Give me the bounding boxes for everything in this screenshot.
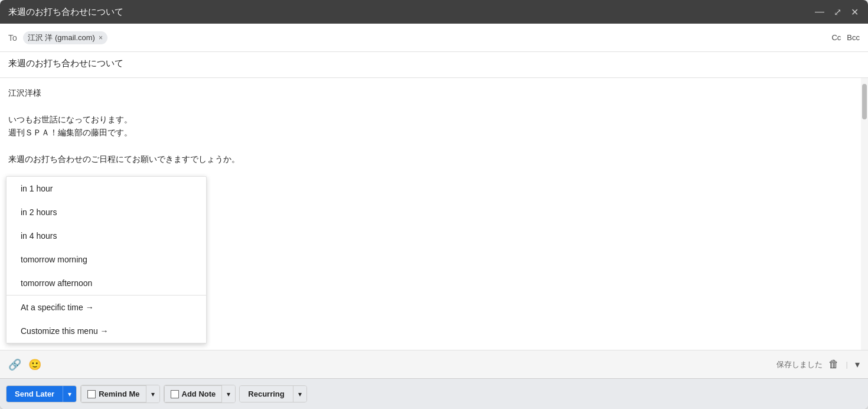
body-line-4: 週刊ＳＰＡ！編集部の藤田です。 (8, 126, 848, 139)
time-options-section: in 1 hour in 2 hours in 4 hours tomorrow… (6, 177, 206, 296)
send-later-split-button: Send Later ▾ (6, 385, 77, 402)
remind-me-split-button: Remind Me ▾ (80, 385, 159, 403)
recurring-button[interactable]: Recurring (240, 386, 292, 402)
add-note-checkbox (171, 390, 179, 398)
at-specific-time-link[interactable]: At a specific time → (6, 296, 206, 319)
recipient-chip[interactable]: 江沢 洋 (gmail.com) × (23, 31, 107, 44)
close-button[interactable]: ✕ (850, 7, 860, 18)
bottom-bar: Send Later ▾ Remind Me ▾ Add Note ▾ Recu… (0, 378, 868, 409)
send-later-arrow-button[interactable]: ▾ (63, 386, 76, 402)
bcc-button[interactable]: Bcc (847, 33, 860, 42)
in-1-hour-option[interactable]: in 1 hour (6, 177, 206, 200)
remind-me-label: Remind Me (99, 389, 139, 398)
in-2-hours-option[interactable]: in 2 hours (6, 200, 206, 224)
window-controls: — ⤢ ✕ (814, 7, 860, 18)
remove-recipient-button[interactable]: × (99, 34, 103, 42)
body-line-1: 江沢洋様 (8, 86, 848, 99)
body-line-3: いつもお世話になっております。 (8, 113, 848, 126)
compose-window: 来週のお打ち合わせについて — ⤢ ✕ To 江沢 洋 (gmail.com) … (0, 0, 868, 409)
recurring-arrow-button[interactable]: ▾ (293, 386, 306, 402)
tomorrow-afternoon-option[interactable]: tomorrow afternoon (6, 271, 206, 295)
body-line-5 (8, 139, 848, 152)
in-4-hours-option[interactable]: in 4 hours (6, 224, 206, 248)
link-icon[interactable]: 🔗 (8, 358, 21, 371)
emoji-icon[interactable]: 🙂 (28, 358, 41, 371)
delete-draft-button[interactable]: 🗑 (828, 358, 839, 371)
title-bar: 来週のお打ち合わせについて — ⤢ ✕ (0, 0, 868, 24)
remind-me-checkbox (87, 390, 96, 398)
to-row: To 江沢 洋 (gmail.com) × Cc Bcc (0, 24, 868, 52)
links-section: At a specific time → Customize this menu… (6, 296, 206, 343)
formatting-toolbar: 🔗 🙂 保存しました 🗑 | ▾ (0, 350, 868, 378)
cc-button[interactable]: Cc (831, 33, 841, 42)
customize-menu-link[interactable]: Customize this menu → (6, 319, 206, 343)
toolbar-right: 保存しました 🗑 | ▾ (776, 358, 860, 371)
remind-me-button[interactable]: Remind Me (81, 385, 145, 402)
add-note-split-button: Add Note ▾ (164, 385, 236, 403)
window-title: 来週のお打ち合わせについて (8, 7, 123, 18)
add-note-label: Add Note (182, 389, 216, 398)
to-label: To (8, 33, 17, 43)
expand-button[interactable]: ▾ (855, 359, 860, 370)
cc-bcc-controls: Cc Bcc (831, 33, 860, 42)
subject-row: 来週のお打ち合わせについて (0, 52, 868, 78)
recurring-split-button: Recurring ▾ (239, 385, 306, 402)
scrollbar-thumb (862, 84, 867, 119)
saved-status: 保存しました (776, 359, 823, 370)
body-line-2 (8, 99, 848, 112)
minimize-button[interactable]: — (814, 7, 825, 17)
recipient-name: 江沢 洋 (gmail.com) (28, 33, 95, 43)
restore-button[interactable]: ⤢ (833, 7, 843, 18)
tomorrow-morning-option[interactable]: tomorrow morning (6, 248, 206, 271)
send-later-dropdown: in 1 hour in 2 hours in 4 hours tomorrow… (6, 176, 207, 344)
remind-me-arrow-button[interactable]: ▾ (146, 385, 159, 402)
send-later-button[interactable]: Send Later (6, 386, 63, 402)
scrollbar[interactable] (861, 78, 868, 350)
body-line-6: 来週のお打ち合わせのご日程にてお願いできますでしょうか。 (8, 152, 848, 165)
subject-text: 来週のお打ち合わせについて (8, 58, 123, 68)
add-note-arrow-button[interactable]: ▾ (221, 385, 235, 402)
toolbar-icons: 🔗 🙂 (8, 358, 41, 371)
add-note-button[interactable]: Add Note (164, 385, 222, 402)
